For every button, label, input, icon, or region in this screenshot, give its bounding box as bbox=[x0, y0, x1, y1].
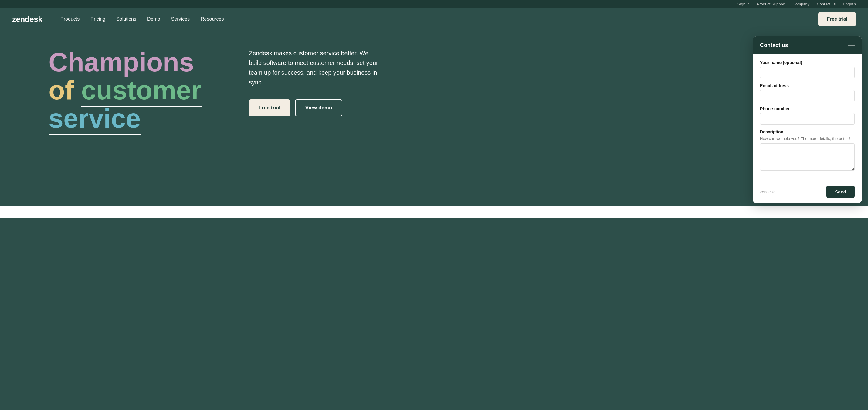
hero-title-line1: Champions bbox=[49, 48, 261, 76]
hero-view-demo-button[interactable]: View demo bbox=[295, 99, 343, 116]
signin-link[interactable]: Sign in bbox=[738, 2, 750, 6]
email-field-group: Email address bbox=[760, 83, 855, 101]
demo-nav-link[interactable]: Demo bbox=[147, 17, 160, 22]
bottom-bar bbox=[0, 206, 868, 218]
contact-panel: Contact us — Your name (optional) Email … bbox=[753, 36, 862, 203]
pricing-nav-link[interactable]: Pricing bbox=[90, 17, 105, 22]
hero-title: Champions of customer service bbox=[49, 48, 261, 135]
main-nav: zendesk Products Pricing Solutions Demo … bbox=[0, 8, 868, 30]
free-trial-nav-button[interactable]: Free trial bbox=[818, 12, 856, 26]
utility-bar: Sign in Product Support Company Contact … bbox=[0, 0, 868, 8]
nav-links: Products Pricing Solutions Demo Services… bbox=[60, 17, 818, 22]
contact-panel-title: Contact us bbox=[760, 42, 788, 49]
email-input[interactable] bbox=[760, 90, 855, 101]
hero-buttons: Free trial View demo bbox=[249, 99, 753, 116]
description-textarea[interactable] bbox=[760, 143, 855, 171]
name-input[interactable] bbox=[760, 67, 855, 78]
email-label: Email address bbox=[760, 83, 855, 88]
hero-title-of: of bbox=[49, 75, 74, 105]
phone-label: Phone number bbox=[760, 106, 855, 111]
resources-nav-link[interactable]: Resources bbox=[200, 17, 224, 22]
hero-title-line3-wrap: service bbox=[49, 105, 261, 135]
description-field-group: Description How can we help you? The mor… bbox=[760, 129, 855, 172]
contact-panel-close-button[interactable]: — bbox=[848, 42, 855, 49]
hero-title-service: service bbox=[49, 105, 141, 135]
send-button[interactable]: Send bbox=[827, 185, 855, 198]
hero-section: Champions of customer service Zendesk ma… bbox=[0, 30, 868, 206]
logo: zendesk bbox=[12, 14, 42, 24]
phone-input[interactable] bbox=[760, 113, 855, 124]
description-hint: How can we help you? The more details, t… bbox=[760, 136, 855, 142]
description-label: Description bbox=[760, 129, 855, 134]
hero-right: Zendesk makes customer service better. W… bbox=[249, 48, 753, 116]
products-nav-link[interactable]: Products bbox=[60, 17, 80, 22]
product-support-link[interactable]: Product Support bbox=[757, 2, 785, 6]
name-label: Your name (optional) bbox=[760, 60, 855, 65]
hero-title-customer: customer bbox=[81, 75, 202, 107]
name-field-group: Your name (optional) bbox=[760, 60, 855, 78]
solutions-nav-link[interactable]: Solutions bbox=[116, 17, 136, 22]
contact-us-utility-link[interactable]: Contact us bbox=[817, 2, 836, 6]
hero-description: Zendesk makes customer service better. W… bbox=[249, 48, 382, 87]
company-link[interactable]: Company bbox=[793, 2, 810, 6]
contact-panel-header: Contact us — bbox=[753, 36, 862, 54]
services-nav-link[interactable]: Services bbox=[171, 17, 190, 22]
contact-panel-body: Your name (optional) Email address Phone… bbox=[753, 54, 862, 182]
footer-zendesk-logo: zendesk bbox=[760, 189, 775, 194]
hero-free-trial-button[interactable]: Free trial bbox=[249, 99, 290, 116]
hero-title-line2: of customer bbox=[49, 76, 261, 104]
phone-field-group: Phone number bbox=[760, 106, 855, 124]
contact-panel-footer: zendesk Send bbox=[753, 182, 862, 203]
language-link[interactable]: English bbox=[843, 2, 856, 6]
